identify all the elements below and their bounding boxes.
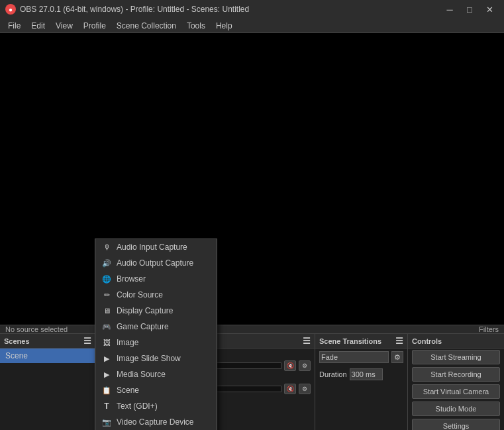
start-recording-button[interactable]: Start Recording [412,367,500,382]
window-title: OBS 27.0.1 (64-bit, windows) - Profile: … [20,5,249,14]
menu-help[interactable]: Help [211,20,238,32]
menubar: File Edit View Profile Scene Collection … [0,19,504,33]
studio-mode-button[interactable]: Studio Mode [412,402,500,416]
scene-item-scene[interactable]: Scene [0,349,95,363]
menu-file[interactable]: File [3,20,26,32]
audio-track-2-mute[interactable]: 🔇 [284,384,296,394]
app-icon: ● [5,4,16,15]
transition-type-select[interactable]: Fade Cut [319,351,389,363]
scenes-menu-icon[interactable]: ☰ [83,336,91,346]
preview-canvas: 🎙 Audio Input Capture 🔊 Audio Output Cap… [0,33,504,325]
video-capture-icon: 📷 [102,418,111,427]
panel-row: Scenes ☰ Scene + − ∧ ∨ Audio Mixer ☰ Aud… [0,334,504,430]
bottom-area: No source selected Filters Scenes ☰ Scen… [0,325,504,430]
ctx-label: Media Source [117,370,166,379]
ctx-game-capture[interactable]: 🎮 Game Capture [95,319,217,335]
scene-icon: 📋 [102,386,111,395]
scenes-panel: Scenes ☰ Scene + − ∧ ∨ [0,334,96,430]
image-icon: 🖼 [102,339,111,347]
ctx-label: Game Capture [117,322,169,331]
transition-duration-row: Duration [315,366,407,383]
ctx-label: Image [117,338,138,347]
scenes-header: Scenes ☰ [0,334,95,349]
controls-title: Controls [412,337,442,345]
ctx-audio-input-capture[interactable]: 🎙 Audio Input Capture [95,239,217,255]
ctx-media-source[interactable]: ▶ Media Source [95,366,217,382]
audio-track-1-controls: 🔇 ⚙ [284,360,311,371]
audio-track-2-controls: 🔇 ⚙ [284,384,311,394]
ctx-display-capture[interactable]: 🖥 Display Capture [95,303,217,319]
transition-settings-button[interactable]: ⚙ [391,351,403,363]
ctx-label: Image Slide Show [117,354,181,363]
ctx-label: Video Capture Device [117,417,194,427]
scenes-title: Scenes [4,337,30,345]
menu-profile[interactable]: Profile [78,20,111,32]
color-source-icon: ✏ [102,291,111,299]
media-source-icon: ▶ [102,370,111,379]
ctx-label: Audio Input Capture [117,242,187,252]
menu-tools[interactable]: Tools [181,20,211,32]
ctx-label: Color Source [117,290,163,299]
window-controls[interactable]: ─ □ ✕ [440,3,499,16]
ctx-text-gdi[interactable]: T Text (GDI+) [95,398,217,414]
start-virtual-camera-button[interactable]: Start Virtual Camera [412,384,500,399]
context-menu: 🎙 Audio Input Capture 🔊 Audio Output Cap… [95,239,217,430]
label-row: No source selected Filters [0,325,504,334]
ctx-image[interactable]: 🖼 Image [95,335,217,350]
duration-label: Duration [319,370,347,378]
audio-mixer-menu-icon[interactable]: ☰ [303,336,311,346]
browser-icon: 🌐 [102,275,111,284]
ctx-color-source[interactable]: ✏ Color Source [95,287,217,303]
ctx-audio-output-capture[interactable]: 🔊 Audio Output Capture [95,255,217,271]
transition-type-row: Fade Cut ⚙ [315,349,407,366]
ctx-scene[interactable]: 📋 Scene [95,382,217,398]
ctx-label: Text (GDI+) [117,402,158,411]
controls-panel: Controls Start Streaming Start Recording… [408,334,504,430]
text-gdi-icon: T [102,402,111,411]
ctx-label: Audio Output Capture [117,258,193,268]
controls-header: Controls [408,334,504,349]
titlebar: ● OBS 27.0.1 (64-bit, windows) - Profile… [0,0,504,19]
titlebar-left: ● OBS 27.0.1 (64-bit, windows) - Profile… [5,4,249,15]
audio-track-2-settings[interactable]: ⚙ [299,384,311,394]
audio-track-1-settings[interactable]: ⚙ [299,360,311,371]
audio-track-1-mute[interactable]: 🔇 [284,360,296,371]
ctx-image-slide-show[interactable]: ▶ Image Slide Show [95,350,217,366]
transitions-header: Scene Transitions ☰ [315,334,407,349]
ctx-video-capture[interactable]: 📷 Video Capture Device [95,414,217,430]
ctx-label: Scene [117,386,139,395]
menu-scene-collection[interactable]: Scene Collection [111,20,181,32]
menu-edit[interactable]: Edit [26,20,50,32]
image-slideshow-icon: ▶ [102,354,111,363]
transition-duration-input[interactable] [350,368,383,380]
start-streaming-button[interactable]: Start Streaming [412,350,500,364]
transitions-title: Scene Transitions [319,337,381,345]
menu-view[interactable]: View [50,20,78,32]
minimize-button[interactable]: ─ [440,3,459,16]
settings-button[interactable]: Settings [412,419,500,430]
filters-label[interactable]: Filters [479,325,499,333]
transitions-panel: Scene Transitions ☰ Fade Cut ⚙ Duration [315,334,408,430]
transitions-menu-icon[interactable]: ☰ [395,336,403,346]
display-capture-icon: 🖥 [102,307,111,315]
close-button[interactable]: ✕ [480,3,499,16]
audio-input-icon: 🎙 [102,243,111,251]
maximize-button[interactable]: □ [460,3,479,16]
no-source-label: No source selected [5,325,68,333]
ctx-label: Browser [117,274,146,284]
ctx-browser[interactable]: 🌐 Browser [95,271,217,287]
ctx-label: Display Capture [117,306,173,315]
game-capture-icon: 🎮 [102,323,111,331]
audio-output-icon: 🔊 [102,259,111,268]
